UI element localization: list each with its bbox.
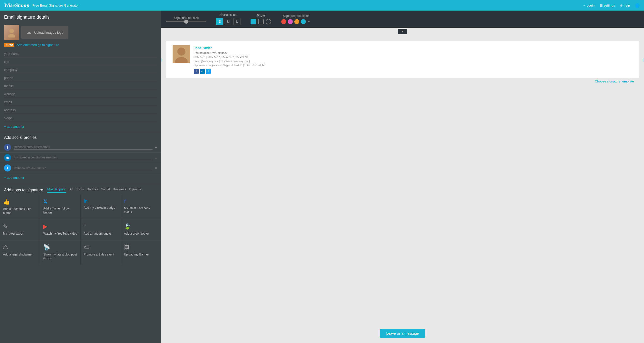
twitter-input[interactable] — [14, 166, 152, 170]
tab-business[interactable]: Business — [113, 187, 126, 193]
your-name-input[interactable] — [4, 52, 157, 56]
app-random-quote[interactable]: " Add a random quote — [81, 219, 121, 240]
globe-icon[interactable]: 🌐 — [635, 3, 640, 8]
field-mobile — [4, 82, 157, 90]
login-link[interactable]: → Login — [582, 4, 595, 7]
tab-badges[interactable]: Badges — [87, 187, 98, 193]
green-footer-icon: 🍃 — [124, 223, 131, 230]
color-more-arrow[interactable]: ▼ — [307, 20, 310, 23]
add-another-social-link[interactable]: + add another — [0, 173, 161, 182]
icon-size-m[interactable]: M — [225, 18, 232, 25]
app-green-footer[interactable]: 🍃 Add a green footer — [121, 219, 161, 240]
app-legal-disclaimer-label: Add a legal disclaimer — [3, 253, 32, 257]
animated-gif-link[interactable]: Add animated gif to signature — [17, 43, 59, 47]
app-linkedin-badge-label: Add my Linkedin badge — [84, 206, 115, 210]
app-legal-disclaimer[interactable]: ⚖ Add a legal disclaimer — [0, 240, 40, 265]
divider-1 — [0, 132, 161, 132]
signature-prev-button[interactable]: ‹ — [161, 56, 162, 64]
color-orange[interactable] — [294, 19, 299, 24]
linkedin-badge-icon: in — [84, 199, 88, 204]
app-facebook-like[interactable]: 👍 Add a Facebook Like button — [0, 195, 40, 219]
icon-size-s[interactable]: S — [216, 18, 223, 25]
email-input[interactable] — [4, 100, 157, 104]
photo-circle-btn[interactable] — [266, 19, 271, 24]
upload-banner-icon: 🖼 — [124, 244, 130, 251]
upload-button[interactable]: ☁ Upload image / logo — [21, 26, 68, 39]
signature-next-button[interactable]: › — [643, 56, 644, 64]
app-latest-tweet[interactable]: ✎ My latest tweet — [0, 219, 40, 240]
app-linkedin-badge[interactable]: in Add my Linkedin badge — [81, 195, 121, 219]
title-input[interactable] — [4, 60, 157, 64]
header-subtitle: Free Email Signature Generator — [32, 4, 79, 7]
color-cyan[interactable] — [301, 19, 306, 24]
social-row-facebook: f ≡ — [0, 142, 161, 153]
tab-all[interactable]: All — [69, 187, 73, 193]
linkedin-menu-icon[interactable]: ≡ — [155, 156, 157, 160]
tab-social[interactable]: Social — [101, 187, 110, 193]
company-input[interactable] — [4, 68, 157, 72]
sig-linkedin-icon: in — [200, 69, 205, 74]
font-size-label: Signature font size — [174, 16, 198, 20]
divider-2 — [0, 183, 161, 183]
app-upload-banner-label: Upload my Banner — [124, 253, 149, 257]
app-sales-event[interactable]: 🏷 Promote a Sales event — [81, 240, 121, 265]
photo-shape-group: Photo — [251, 14, 271, 24]
linkedin-input[interactable] — [14, 156, 152, 160]
photo-rounded-btn[interactable] — [258, 19, 264, 24]
website-input[interactable] — [4, 92, 157, 96]
mobile-input[interactable] — [4, 84, 157, 88]
social-row-linkedin: in ≡ — [0, 153, 161, 163]
font-size-slider[interactable] — [166, 21, 206, 22]
app-blog-post[interactable]: 📡 Show my latest blog post (RSS) — [40, 240, 80, 265]
phone-input[interactable] — [4, 76, 157, 80]
sig-twitter-icon: t — [206, 69, 211, 74]
help-link[interactable]: ⊕ help — [620, 4, 630, 7]
signature-email-web: owner@company.com | http://www.company.c… — [194, 59, 265, 63]
leave-message-button[interactable]: Leave us a message — [380, 329, 425, 338]
font-size-group: Signature font size — [166, 16, 206, 22]
email-signature-title: Email signature details — [0, 11, 161, 23]
app-twitter-follow[interactable]: 𝕏 Add a Twitter follow button — [40, 195, 80, 219]
signature-photo-svg — [173, 45, 190, 63]
app-youtube-video[interactable]: ▶ Watch my YouTube video — [40, 219, 80, 240]
color-red[interactable] — [281, 19, 286, 24]
signature-social-icons: f in t — [194, 69, 265, 74]
app-facebook-status[interactable]: f My latest Facebook status — [121, 195, 161, 219]
right-panel: Signature font size Social icons S M L P… — [161, 11, 644, 343]
twitter-menu-icon[interactable]: ≡ — [155, 166, 157, 170]
photo-square-btn[interactable] — [251, 19, 256, 24]
signature-toolbar: Signature font size Social icons S M L P… — [161, 11, 644, 28]
color-pink[interactable] — [288, 19, 293, 24]
settings-link[interactable]: ☰ settings — [600, 4, 615, 7]
facebook-like-icon: 👍 — [3, 199, 10, 205]
login-icon: → — [582, 4, 586, 7]
collapse-icon: ▼ — [401, 30, 404, 33]
apps-grid: 👍 Add a Facebook Like button 𝕏 Add a Twi… — [0, 195, 161, 265]
signature-name: Jane Smith — [194, 45, 265, 51]
youtube-video-icon: ▶ — [43, 223, 48, 230]
icon-size-l[interactable]: L — [233, 18, 240, 25]
facebook-input[interactable] — [14, 145, 152, 150]
tab-most-popular[interactable]: Most Popular — [47, 187, 67, 193]
signature-content: Jane Smith Photographer, MyCompany 333-5… — [170, 45, 268, 74]
collapse-button[interactable]: ▼ — [398, 29, 407, 34]
tab-dynamic[interactable]: Dynamic — [129, 187, 142, 193]
app-sales-event-label: Promote a Sales event — [84, 253, 114, 257]
facebook-menu-icon[interactable]: ≡ — [155, 145, 157, 149]
app-green-footer-label: Add a green footer — [124, 232, 149, 236]
skype-input[interactable] — [4, 116, 157, 120]
add-another-field-link[interactable]: + add another — [0, 122, 161, 131]
tab-tools[interactable]: Tools — [76, 187, 84, 193]
sales-event-icon: 🏷 — [84, 244, 89, 251]
app-youtube-video-label: Watch my YouTube video — [43, 232, 77, 236]
photo-shape-buttons — [251, 19, 271, 24]
signature-preview-area: ‹ Jane Smith Photographer, MyCompany 333… — [161, 36, 644, 324]
address-input[interactable] — [4, 108, 157, 112]
signature-phones: 333-55551 | 333-55552 | 555-77777 | 555-… — [194, 55, 265, 59]
help-label: help — [624, 4, 630, 7]
signature-address: http://www.example.com | Skype: John2k15… — [194, 63, 265, 67]
choose-template-link[interactable]: Choose signature template — [595, 79, 634, 83]
legal-disclaimer-icon: ⚖ — [3, 244, 8, 251]
logo: WiseStamp — [4, 2, 29, 9]
app-upload-banner[interactable]: 🖼 Upload my Banner — [121, 240, 161, 265]
